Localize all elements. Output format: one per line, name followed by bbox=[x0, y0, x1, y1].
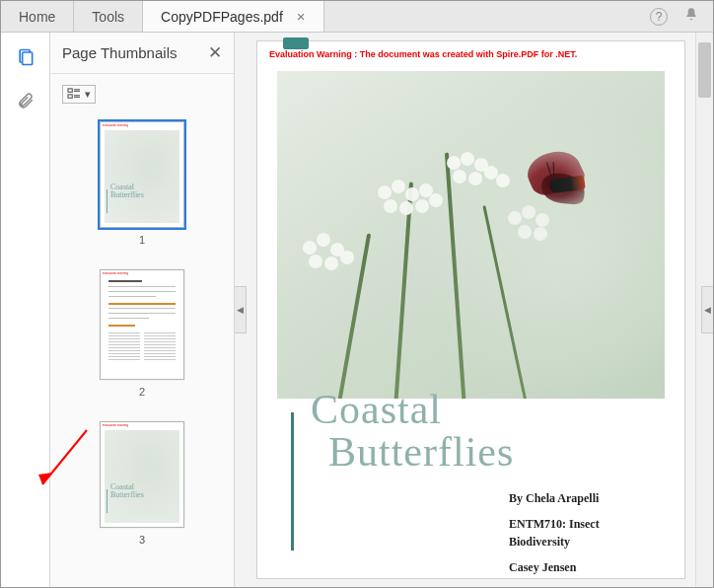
tab-tools[interactable]: Tools bbox=[74, 1, 143, 32]
thumbnail-page-2[interactable]: Evaluation Warning bbox=[100, 269, 184, 380]
title-accent-bar bbox=[291, 412, 294, 551]
title-line-2: Butterflies bbox=[328, 429, 514, 475]
tab-home-label: Home bbox=[19, 9, 55, 25]
thumbnail-options-button[interactable]: ▾ bbox=[62, 85, 96, 104]
bell-icon[interactable] bbox=[683, 7, 699, 26]
help-icon[interactable]: ? bbox=[650, 8, 668, 26]
tab-close-icon[interactable]: × bbox=[297, 8, 306, 25]
svg-rect-5 bbox=[68, 95, 72, 98]
tab-tools-label: Tools bbox=[92, 9, 124, 25]
course: ENTM710: Insect Biodiversity bbox=[509, 515, 657, 551]
thumbnail-list[interactable]: Evaluation Warning CoastalButterflies 1 … bbox=[50, 113, 234, 587]
document-viewer: ◀ ◀ Evaluation Warning : The document wa… bbox=[235, 33, 713, 587]
thumbnails-rail-icon[interactable] bbox=[15, 46, 36, 68]
butterfly-illustration bbox=[494, 144, 612, 223]
byline: By Chela Arapelli bbox=[509, 489, 657, 507]
thumbnail-item[interactable]: Evaluation Warning CoastalButterflies 1 bbox=[50, 121, 234, 246]
thumbnail-page-1[interactable]: Evaluation Warning CoastalButterflies bbox=[100, 121, 184, 228]
svg-rect-1 bbox=[22, 52, 32, 65]
thumbnail-label: 3 bbox=[139, 534, 145, 546]
thumbnail-page-3[interactable]: Evaluation Warning CoastalButterflies bbox=[100, 421, 184, 528]
thumbnail-item[interactable]: Evaluation Warning CoastalButterflies 3 bbox=[50, 421, 234, 546]
thumbnails-panel: Page Thumbnails ✕ ▾ Evaluation Warning C… bbox=[50, 33, 235, 587]
expand-right-panel-handle[interactable]: ◀ bbox=[701, 286, 713, 333]
title-line-1: Coastal bbox=[311, 387, 442, 432]
top-right-controls: ? bbox=[650, 1, 713, 32]
cover-photo bbox=[277, 71, 665, 399]
chevron-down-icon: ▾ bbox=[85, 88, 91, 101]
panel-close-icon[interactable]: ✕ bbox=[208, 42, 222, 63]
document-title: Coastal Butterflies bbox=[311, 389, 514, 474]
panel-toolbar: ▾ bbox=[50, 74, 234, 113]
tab-file-label: CopyPDFPages.pdf bbox=[161, 9, 283, 25]
instructor: Casey Jensen bbox=[509, 558, 657, 576]
main-area: Page Thumbnails ✕ ▾ Evaluation Warning C… bbox=[1, 33, 713, 587]
page-tab-decoration bbox=[283, 37, 309, 49]
thumbnail-item[interactable]: Evaluation Warning 2 bbox=[50, 269, 234, 398]
evaluation-warning: Evaluation Warning : The document was cr… bbox=[269, 49, 577, 59]
thumbnail-label: 2 bbox=[139, 386, 145, 398]
panel-header: Page Thumbnails ✕ bbox=[50, 33, 234, 74]
panel-title: Page Thumbnails bbox=[62, 44, 208, 61]
svg-rect-2 bbox=[68, 89, 72, 92]
collapse-panel-handle[interactable]: ◀ bbox=[235, 286, 247, 333]
pdf-page[interactable]: Evaluation Warning : The document was cr… bbox=[256, 40, 685, 579]
thumbnail-label: 1 bbox=[139, 234, 145, 246]
document-meta: By Chela Arapelli ENTM710: Insect Biodiv… bbox=[509, 489, 657, 584]
attachments-rail-icon[interactable] bbox=[15, 90, 36, 111]
tab-bar: Home Tools CopyPDFPages.pdf × ? bbox=[1, 1, 713, 33]
tab-file[interactable]: CopyPDFPages.pdf × bbox=[143, 1, 324, 32]
tab-home[interactable]: Home bbox=[1, 1, 74, 32]
left-rail bbox=[1, 33, 50, 587]
scrollbar-thumb[interactable] bbox=[698, 42, 711, 98]
